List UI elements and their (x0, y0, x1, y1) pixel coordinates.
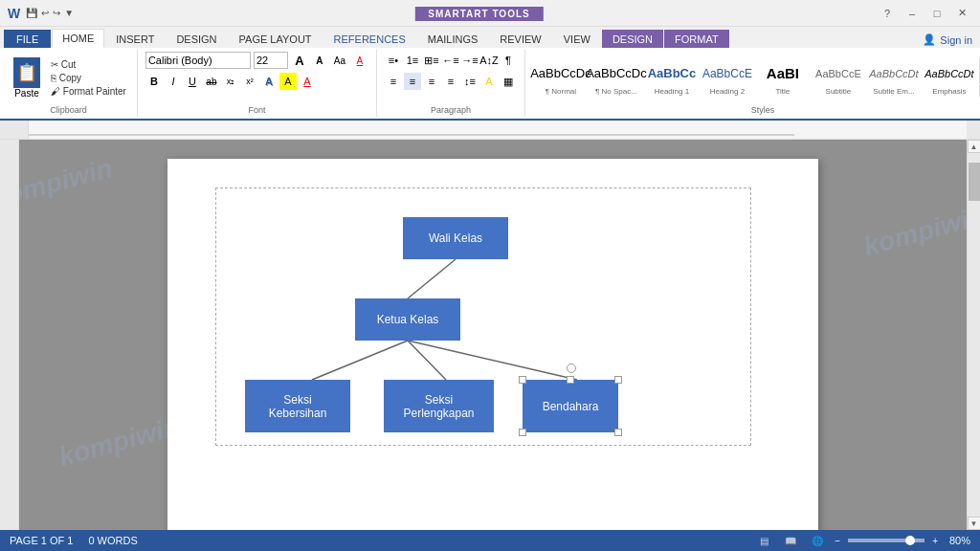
save-icon[interactable]: 💾 (26, 8, 37, 18)
scroll-track[interactable] (968, 153, 980, 517)
ruler-scroll-corner (967, 121, 980, 139)
document-page: Wali Kelas Ketua Kelas Seksi Kebersihan … (167, 159, 818, 530)
wali-kelas-box[interactable]: Wali Kelas (403, 217, 508, 259)
style-heading2[interactable]: AaBbCcE Heading 2 (700, 58, 755, 98)
tab-insert[interactable]: INSERT (105, 30, 165, 48)
numbering-button[interactable]: 1≡ (404, 52, 421, 69)
undo-icon[interactable]: ↩ (41, 8, 49, 18)
user-icon: 👤 (923, 33, 936, 46)
tab-file[interactable]: FILE (4, 30, 51, 48)
zoom-in-icon[interactable]: + (932, 536, 938, 546)
font-format-row: B I U ab x₂ x² A A A (145, 73, 316, 90)
font-family-input[interactable] (145, 52, 251, 69)
style-heading1[interactable]: AaBbCc Heading 1 (644, 58, 700, 98)
bendahara-text: Bendahara (543, 400, 599, 413)
style-normal[interactable]: AaBbCcDc ¶ Normal (533, 58, 589, 98)
tab-design[interactable]: DESIGN (166, 30, 227, 48)
smartart-diagram[interactable]: Wali Kelas Ketua Kelas Seksi Kebersihan … (215, 187, 751, 446)
align-right-button[interactable]: ≡ (423, 73, 440, 90)
format-painter-button[interactable]: 🖌 Format Painter (48, 85, 129, 98)
close-button[interactable]: ✕ (951, 5, 972, 22)
tab-references[interactable]: REFERENCES (323, 30, 416, 48)
zoom-out-icon[interactable]: − (835, 536, 840, 546)
scroll-down-button[interactable]: ▼ (968, 517, 981, 530)
customize-icon[interactable]: ▼ (64, 8, 74, 18)
bold-button[interactable]: B (145, 73, 163, 90)
font-color-button[interactable]: A (299, 73, 316, 90)
maximize-button[interactable]: □ (926, 5, 947, 22)
tab-review[interactable]: REVIEW (489, 30, 551, 48)
subscript-button[interactable]: x₂ (222, 73, 239, 90)
selection-handle-tm[interactable] (567, 376, 574, 384)
zoom-slider[interactable] (848, 539, 924, 542)
sign-in-button[interactable]: 👤 Sign in (915, 32, 980, 48)
tab-page-layout[interactable]: PAGE LAYOUT (229, 30, 323, 48)
styles-container: AaBbCcDc ¶ Normal AaBbCcDc ¶ No Spac... … (533, 58, 977, 98)
style-subtle-emphasis-preview: AaBbCcDt (868, 60, 920, 87)
minimize-button[interactable]: – (902, 5, 923, 22)
status-left: PAGE 1 OF 1 0 WORDS (10, 535, 138, 546)
style-subtle-emphasis[interactable]: AaBbCcDt Subtle Em... (866, 58, 922, 98)
watermark-3: kompiwin (860, 201, 967, 262)
zoom-thumb[interactable] (905, 536, 915, 545)
read-mode-button[interactable]: 📖 (781, 533, 800, 548)
text-effects-button[interactable]: A (260, 73, 278, 90)
redo-icon[interactable]: ↪ (53, 8, 60, 18)
paste-button[interactable]: 📋 Paste (8, 55, 46, 100)
font-grow-button[interactable]: A (291, 52, 308, 69)
style-emphasis[interactable]: AaBbCcDt Emphasis (922, 58, 977, 98)
style-title[interactable]: AaBI Title (755, 58, 811, 98)
seksi-perlengkapan-box[interactable]: Seksi Perlengkapan (384, 380, 494, 432)
selection-handle-tr[interactable] (614, 376, 622, 384)
help-button[interactable]: ? (884, 8, 890, 19)
selection-handle-tl[interactable] (519, 376, 526, 384)
bendahara-box[interactable]: Bendahara (523, 380, 618, 432)
ribbon-styles-group: AaBbCcDc ¶ Normal AaBbCcDc ¶ No Spac... … (525, 50, 980, 117)
scroll-up-button[interactable]: ▲ (968, 140, 981, 153)
decrease-indent-button[interactable]: ←≡ (442, 52, 459, 69)
show-marks-button[interactable]: ¶ (500, 52, 517, 69)
superscript-button[interactable]: x² (241, 73, 258, 90)
rotation-handle[interactable] (567, 364, 576, 373)
selection-handle-bl[interactable] (519, 429, 526, 436)
ketua-kelas-box[interactable]: Ketua Kelas (355, 298, 460, 341)
seksi-kebersihan-box[interactable]: Seksi Kebersihan (245, 380, 350, 432)
print-layout-button[interactable]: ▤ (754, 533, 773, 548)
align-left-button[interactable]: ≡ (385, 73, 402, 90)
text-highlight-button[interactable]: A (279, 73, 297, 90)
shading-button[interactable]: A (480, 73, 498, 90)
italic-button[interactable]: I (165, 73, 182, 90)
justify-button[interactable]: ≡ (442, 73, 459, 90)
tab-smartart-design[interactable]: DESIGN (602, 30, 663, 48)
borders-button[interactable]: ▦ (500, 73, 517, 90)
cut-button[interactable]: ✂ Cut (48, 58, 129, 71)
ribbon-clipboard-group: 📋 Paste ✂ Cut ⎘ Copy 🖌 Format Painter Cl… (0, 50, 138, 117)
font-shrink-button[interactable]: A (311, 52, 328, 69)
web-layout-button[interactable]: 🌐 (808, 533, 827, 548)
sort-button[interactable]: A↕Z (480, 52, 498, 69)
bullets-button[interactable]: ≡• (385, 52, 402, 69)
style-subtitle-preview: AaBbCcE (813, 60, 864, 87)
selection-handle-br[interactable] (614, 429, 622, 436)
align-center-button[interactable]: ≡ (404, 73, 421, 90)
tab-mailings[interactable]: MAILINGS (417, 30, 489, 48)
style-subtitle[interactable]: AaBbCcE Subtitle (811, 58, 866, 98)
change-case-button[interactable]: Aa (331, 52, 348, 69)
clear-format-button[interactable]: A (351, 52, 368, 69)
copy-button[interactable]: ⎘ Copy (48, 72, 129, 84)
line-spacing-button[interactable]: ↕≡ (461, 73, 479, 90)
style-no-spacing[interactable]: AaBbCcDc ¶ No Spac... (589, 58, 644, 98)
scroll-thumb[interactable] (969, 163, 980, 201)
smartart-badge: SMARTART TOOLS (414, 7, 543, 21)
increase-indent-button[interactable]: →≡ (461, 52, 479, 69)
style-heading1-name: Heading 1 (655, 87, 689, 96)
tab-home[interactable]: HOME (52, 29, 104, 48)
paste-icon: 📋 (13, 57, 40, 88)
tab-view[interactable]: VIEW (553, 30, 601, 48)
strikethrough-button[interactable]: ab (203, 73, 220, 90)
font-size-input[interactable] (254, 52, 288, 69)
underline-button[interactable]: U (184, 73, 201, 90)
style-no-spacing-name: ¶ No Spac... (595, 87, 637, 96)
tab-smartart-format[interactable]: FORMAT (664, 30, 729, 48)
multilevel-list-button[interactable]: ⊞≡ (423, 52, 440, 69)
